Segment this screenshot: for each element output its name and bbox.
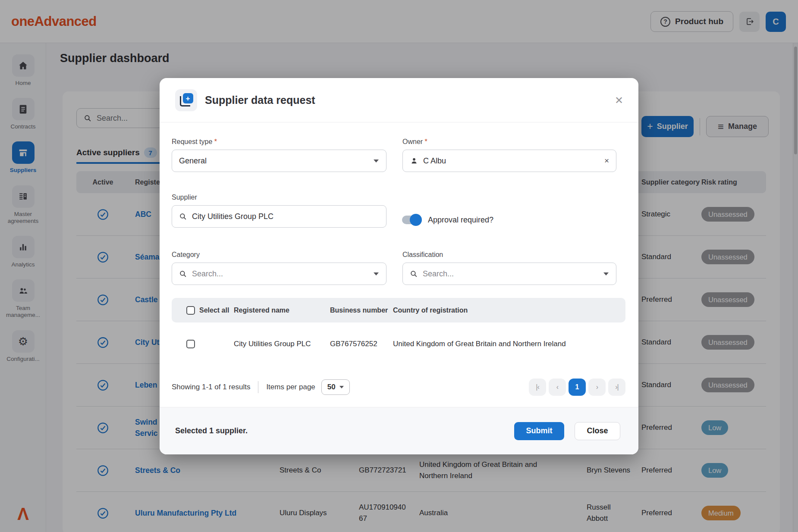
toggle-knob bbox=[410, 214, 422, 226]
owner-select[interactable]: C Albu × bbox=[402, 150, 616, 172]
last-page-button[interactable]: ›| bbox=[608, 379, 625, 396]
results-header-row: Select all Registered name Business numb… bbox=[172, 298, 625, 322]
approval-required-label: Approval required? bbox=[428, 216, 493, 225]
request-type-field: Request type * General bbox=[172, 138, 386, 172]
pagination-bar: Showing 1-1 of 1 results Items per page … bbox=[172, 376, 625, 399]
select-all-checkbox[interactable] bbox=[186, 306, 195, 315]
selected-count-text: Selected 1 supplier. bbox=[175, 426, 248, 435]
row-checkbox[interactable] bbox=[186, 340, 195, 348]
results-col-business-number: Business number bbox=[330, 307, 388, 314]
result-business-number: GB767576252 bbox=[330, 340, 377, 348]
classification-field: Classification bbox=[402, 251, 616, 285]
page-1-button[interactable]: 1 bbox=[569, 379, 586, 396]
modal-icon-tile: + bbox=[175, 89, 197, 111]
close-icon[interactable]: ✕ bbox=[613, 94, 625, 107]
approval-required-row: Approval required? bbox=[402, 209, 616, 231]
modal-title: Supplier data request bbox=[205, 94, 315, 106]
approval-toggle[interactable] bbox=[402, 216, 420, 224]
previous-page-button[interactable]: ‹ bbox=[549, 379, 566, 396]
results-col-registered-name: Registered name bbox=[234, 307, 289, 314]
supplier-search-box[interactable] bbox=[172, 205, 386, 228]
first-page-button[interactable]: |‹ bbox=[529, 379, 546, 396]
items-per-page-label: Items per page bbox=[266, 383, 315, 391]
search-icon bbox=[410, 270, 418, 278]
document-add-icon: + bbox=[179, 93, 193, 107]
classification-label: Classification bbox=[402, 251, 616, 259]
owner-label: Owner * bbox=[402, 138, 616, 146]
category-field: Category bbox=[172, 251, 386, 285]
items-per-page-value: 50 bbox=[327, 383, 336, 391]
modal-header: + Supplier data request ✕ bbox=[160, 78, 638, 122]
search-icon bbox=[179, 213, 187, 221]
category-search-input[interactable] bbox=[192, 269, 379, 279]
owner-field: Owner * C Albu × bbox=[402, 138, 616, 172]
next-page-button[interactable]: › bbox=[588, 379, 606, 396]
supplier-label: Supplier bbox=[172, 194, 386, 201]
owner-value: C Albu bbox=[423, 156, 446, 166]
chevron-down-icon bbox=[603, 272, 609, 275]
results-col-country: Country of registration bbox=[393, 307, 468, 314]
required-asterisk: * bbox=[425, 138, 427, 145]
request-type-select[interactable]: General bbox=[172, 150, 386, 172]
supplier-search-input[interactable] bbox=[192, 212, 379, 221]
required-asterisk: * bbox=[214, 138, 217, 145]
modal-footer: Selected 1 supplier. Submit Close bbox=[160, 407, 638, 454]
search-icon bbox=[179, 270, 187, 278]
classification-search-select[interactable] bbox=[402, 263, 616, 285]
submit-button[interactable]: Submit bbox=[514, 422, 564, 440]
chevron-down-icon bbox=[339, 386, 344, 388]
pagination-divider bbox=[258, 381, 258, 393]
person-icon bbox=[410, 156, 418, 165]
close-button[interactable]: Close bbox=[575, 422, 620, 440]
result-row[interactable]: City Utilities Group PLC GB767576252 Uni… bbox=[172, 331, 625, 357]
category-search-select[interactable] bbox=[172, 263, 386, 285]
category-label: Category bbox=[172, 251, 386, 259]
showing-results-text: Showing 1-1 of 1 results bbox=[172, 383, 250, 391]
chevron-down-icon bbox=[374, 160, 379, 163]
supplier-data-request-modal: + Supplier data request ✕ Request type *… bbox=[160, 78, 638, 454]
select-all-label: Select all bbox=[199, 307, 229, 314]
classification-search-input[interactable] bbox=[423, 269, 609, 279]
items-per-page-select[interactable]: 50 bbox=[321, 379, 350, 395]
chevron-down-icon bbox=[374, 272, 379, 275]
result-registered-name: City Utilities Group PLC bbox=[234, 340, 311, 348]
result-country: United Kingdom of Great Britain and Nort… bbox=[393, 340, 566, 348]
request-type-value: General bbox=[179, 156, 207, 166]
request-type-label: Request type * bbox=[172, 138, 386, 146]
screen: oneAdvanced ? Product hub C HomeContract… bbox=[0, 0, 798, 532]
clear-owner-icon[interactable]: × bbox=[604, 156, 609, 166]
supplier-field: Supplier bbox=[172, 194, 386, 228]
